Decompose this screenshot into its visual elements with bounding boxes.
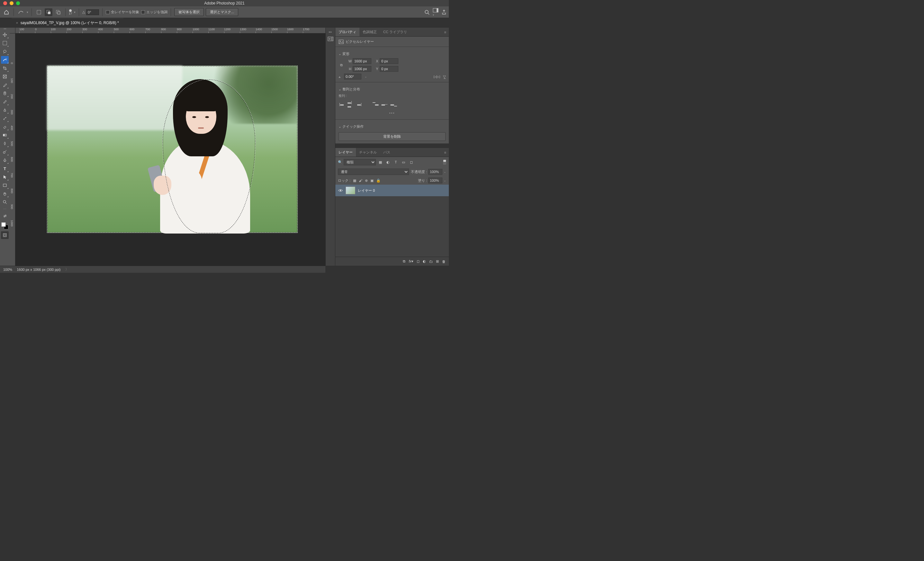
healing-brush-tool[interactable] (1, 89, 9, 97)
zoom-level[interactable]: 100% (3, 268, 12, 271)
tab-cc-libraries[interactable]: CC ライブラリ (380, 28, 410, 36)
lasso-tool[interactable] (1, 48, 9, 55)
new-selection-icon[interactable] (35, 8, 43, 16)
move-tool[interactable] (1, 31, 9, 39)
lock-transparency-icon[interactable]: ▦ (353, 179, 356, 183)
filter-toggle-switch[interactable] (443, 159, 446, 165)
opacity-input[interactable] (428, 169, 442, 174)
horizontal-ruler[interactable]: 1000100200300400500600700800900100011001… (15, 28, 326, 33)
link-dimensions-icon[interactable]: ⧉ (339, 63, 344, 67)
rectangle-tool[interactable] (1, 181, 9, 189)
link-layers-icon[interactable]: ⧉ (403, 259, 405, 263)
tab-paths[interactable]: パス (380, 148, 393, 156)
y-input[interactable] (380, 66, 398, 72)
flip-horizontal-icon[interactable]: ▷|◁ (434, 75, 440, 79)
filter-shape-icon[interactable]: ▭ (400, 159, 407, 165)
transform-section-header[interactable]: 変形 (339, 50, 446, 58)
clone-stamp-tool[interactable] (1, 106, 9, 114)
search-icon[interactable] (424, 10, 429, 15)
quick-mask-toggle[interactable] (1, 231, 9, 239)
close-window-button[interactable] (3, 1, 7, 5)
brush-angle-field[interactable]: △ (82, 9, 99, 15)
align-bottom-icon[interactable]: ▬▁ (391, 101, 396, 107)
path-selection-tool[interactable] (1, 173, 9, 181)
tab-layers[interactable]: レイヤー (335, 148, 356, 156)
document-tab[interactable]: × sayaIMGL8064_TP_V.jpg @ 100% (レイヤー 0, … (12, 18, 123, 28)
marquee-tool[interactable] (1, 39, 9, 47)
x-input[interactable] (380, 58, 398, 64)
blur-tool[interactable] (1, 140, 9, 147)
adjustment-layer-icon[interactable]: ◐ (423, 259, 426, 263)
brush-tool[interactable] (1, 98, 9, 105)
home-button[interactable] (3, 8, 10, 16)
add-to-selection-icon[interactable] (45, 8, 52, 16)
tool-preset-picker[interactable] (17, 8, 25, 16)
layer-fx-icon[interactable]: fx▾ (409, 259, 414, 263)
filter-adjustment-icon[interactable]: ◐ (385, 159, 391, 165)
align-section-header[interactable]: 整列と分布 (339, 85, 446, 93)
lock-all-icon[interactable]: 🔒 (376, 179, 381, 183)
align-right-icon[interactable]: ▬| (357, 101, 362, 107)
lock-artboard-icon[interactable]: ▣ (370, 179, 374, 183)
enhance-edge-checkbox[interactable]: エッジを強調 (141, 10, 168, 15)
zoom-window-button[interactable] (16, 1, 20, 5)
edit-toolbar-button[interactable]: ⇄ (1, 212, 9, 220)
fill-input[interactable] (428, 177, 442, 183)
hand-tool[interactable] (1, 190, 9, 197)
subtract-from-selection-icon[interactable] (54, 8, 62, 16)
filter-smartobj-icon[interactable]: ◻ (408, 159, 414, 165)
vertical-ruler[interactable]: 01002003004005006007008009001000 (10, 33, 15, 266)
pen-tool[interactable] (1, 156, 9, 164)
sample-all-layers-checkbox[interactable]: 全レイヤーを対象 (106, 10, 139, 15)
panel-menu-icon[interactable]: ≡ (442, 150, 449, 154)
panel-menu-icon[interactable]: ≡ (442, 30, 449, 34)
layer-row[interactable]: レイヤー 0 (335, 185, 449, 196)
lock-position-icon[interactable]: ⊕ (365, 179, 368, 183)
document-canvas[interactable] (15, 33, 326, 266)
quick-actions-header[interactable]: クイック操作 (339, 122, 446, 131)
filter-pixel-icon[interactable]: ▦ (377, 159, 384, 165)
new-layer-icon[interactable]: ⊞ (436, 259, 439, 263)
layer-visibility-icon[interactable] (338, 188, 343, 193)
layer-group-icon[interactable]: 🗀 (429, 260, 433, 263)
history-brush-tool[interactable] (1, 114, 9, 122)
crop-tool[interactable] (1, 64, 9, 72)
layer-mask-icon[interactable]: ◻ (417, 259, 420, 263)
align-left-icon[interactable]: |▬ (339, 101, 344, 107)
foreground-color-swatch[interactable] (1, 222, 6, 227)
blend-mode-select[interactable]: 通常 (338, 168, 409, 175)
type-tool[interactable]: T (1, 165, 9, 172)
more-options-icon[interactable]: ••• (339, 109, 446, 117)
height-input[interactable] (353, 66, 371, 72)
filter-kind-select[interactable]: 種類 (344, 159, 376, 165)
quick-selection-tool[interactable] (1, 56, 9, 64)
layer-name[interactable]: レイヤー 0 (358, 188, 375, 193)
angle-input[interactable] (86, 9, 99, 15)
brush-preset-picker[interactable]: 17 (69, 9, 72, 15)
tab-close-icon[interactable]: × (16, 21, 18, 25)
layer-thumbnail[interactable] (346, 186, 355, 194)
eraser-tool[interactable] (1, 123, 9, 131)
delete-layer-icon[interactable]: 🗑 (442, 260, 446, 263)
workspace-switcher-icon[interactable]: ▾ (433, 8, 438, 17)
color-swatch[interactable] (1, 222, 8, 229)
tab-channels[interactable]: チャンネル (356, 148, 380, 156)
layer-list[interactable]: レイヤー 0 (335, 185, 449, 257)
tab-properties[interactable]: プロパティ (335, 28, 360, 36)
minimize-window-button[interactable] (10, 1, 14, 5)
frame-tool[interactable] (1, 73, 9, 80)
zoom-tool[interactable] (1, 198, 9, 206)
status-flyout-icon[interactable]: 〉 (65, 267, 69, 272)
image-with-selection[interactable] (47, 66, 298, 233)
document-info[interactable]: 1600 px x 1066 px (300 ppi) (17, 268, 60, 271)
align-top-icon[interactable]: ▔▬ (373, 101, 378, 107)
share-icon[interactable] (442, 10, 446, 15)
eyedropper-tool[interactable] (1, 81, 9, 89)
rotation-input[interactable] (344, 74, 362, 80)
dock-icon[interactable] (328, 37, 333, 41)
lock-image-icon[interactable]: 🖌 (359, 179, 362, 182)
gradient-tool[interactable] (1, 131, 9, 139)
dodge-tool[interactable] (1, 148, 9, 156)
select-subject-button[interactable]: 被写体を選択 (174, 8, 204, 16)
align-hcenter-icon[interactable]: ▬|▬ (348, 101, 353, 107)
